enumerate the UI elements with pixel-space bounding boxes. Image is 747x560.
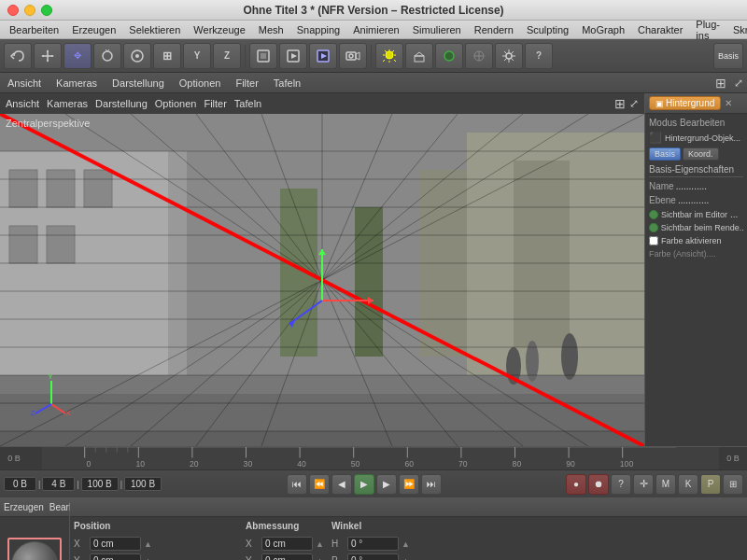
abm-x-input[interactable] xyxy=(261,537,313,551)
timeline-ruler[interactable]: 0 10 20 30 40 50 60 70 80 90 100 xyxy=(42,447,719,469)
vp-tafeln[interactable]: Tafeln xyxy=(270,77,304,90)
vp-filter[interactable]: Filter xyxy=(232,77,261,90)
pos-x-arrow[interactable]: ▲ xyxy=(144,539,152,549)
panel-close-icon[interactable]: ✕ xyxy=(725,98,732,108)
abm-y-arrow[interactable]: ▲ xyxy=(316,556,324,561)
goto-end-btn[interactable]: ⏭ xyxy=(421,474,442,495)
menu-selektieren[interactable]: Selektieren xyxy=(123,22,186,37)
vp-ansicht[interactable]: Ansicht xyxy=(4,77,45,90)
close-button[interactable] xyxy=(7,5,19,16)
snap-btn[interactable]: ✛ xyxy=(633,474,654,495)
tool-y[interactable]: Y xyxy=(183,43,211,69)
menu-werkzeuge[interactable]: Werkzeuge xyxy=(188,22,250,37)
tool-move[interactable] xyxy=(34,43,62,69)
step-fwd-btn[interactable]: ⏩ xyxy=(399,474,419,495)
menu-mesh[interactable]: Mesh xyxy=(253,22,289,37)
winkel-p-input[interactable] xyxy=(347,553,399,560)
tool-z[interactable]: Z xyxy=(213,43,241,69)
modus-label: Modus xyxy=(649,118,677,128)
pos-y-input[interactable] xyxy=(90,553,141,560)
tool-object[interactable] xyxy=(405,43,433,69)
sichtbar-editor-row: Sichtbar im Editor ... xyxy=(649,209,743,219)
basis-tab[interactable]: Basis xyxy=(649,147,681,161)
koord-tab[interactable]: Koord. xyxy=(683,147,719,161)
fullscreen-icon[interactable]: ⤢ xyxy=(734,77,743,90)
svg-rect-17 xyxy=(415,56,424,62)
timeline-area: 0 B 0 10 20 30 40 50 60 70 80 90 xyxy=(0,446,747,469)
svg-text:X: X xyxy=(65,409,71,417)
menu-simulieren[interactable]: Simulieren xyxy=(407,22,467,37)
menu-mograph[interactable]: MoGraph xyxy=(576,22,630,37)
material-item[interactable]: Mat xyxy=(7,538,62,560)
anim-start-field[interactable] xyxy=(4,477,36,491)
svg-marker-78 xyxy=(368,297,374,304)
play-btn[interactable]: ▶ xyxy=(354,474,374,495)
tool-transform[interactable]: ⊞ xyxy=(153,43,181,69)
tool-question[interactable]: ? xyxy=(525,43,553,69)
expand-arrow-icon[interactable]: ⊞ xyxy=(614,96,626,111)
pos-y-arrow[interactable]: ▲ xyxy=(144,556,152,561)
vp-optionen[interactable]: Optionen xyxy=(176,77,225,90)
step-back-btn[interactable]: ⏪ xyxy=(309,474,330,495)
menu-skript[interactable]: Skript xyxy=(727,22,747,37)
tool-render[interactable] xyxy=(309,43,337,69)
vp-filter-label[interactable]: Filter xyxy=(204,98,226,109)
playback-btn[interactable]: P xyxy=(700,474,721,495)
prev-frame-btn[interactable]: ◀ xyxy=(331,474,352,495)
tool-render-region[interactable] xyxy=(249,43,277,69)
vp-darstellung[interactable]: Darstellung xyxy=(108,77,168,90)
object-name: Hintergrund-Objek... xyxy=(665,133,740,143)
record-btn[interactable]: ● xyxy=(566,474,586,495)
vp-kameras[interactable]: Kameras xyxy=(52,77,101,90)
erzeugen-label[interactable]: Erzeugen xyxy=(4,502,44,512)
vp-kameras-label[interactable]: Kameras xyxy=(47,98,88,109)
farbe-aktiv-checkbox[interactable] xyxy=(649,236,658,245)
tool-select[interactable] xyxy=(123,43,151,69)
anim-percent[interactable] xyxy=(81,477,119,491)
pos-x-input[interactable] xyxy=(90,537,141,551)
tool-material[interactable] xyxy=(465,43,493,69)
anim-separator-2: | xyxy=(77,480,78,489)
goto-start-btn[interactable]: ⏮ xyxy=(287,474,307,495)
vp-ansicht-label[interactable]: Ansicht xyxy=(6,98,39,109)
tool-camera[interactable] xyxy=(339,43,367,69)
motion-btn[interactable]: M xyxy=(655,474,676,495)
auto-key-btn[interactable]: ⏺ xyxy=(588,474,609,495)
menu-animieren[interactable]: Animieren xyxy=(347,22,405,37)
tool-settings[interactable] xyxy=(495,43,523,69)
expand-icon[interactable]: ⊞ xyxy=(715,76,726,91)
abm-x-arrow[interactable]: ▲ xyxy=(316,539,324,549)
menu-snapping[interactable]: Snapping xyxy=(291,22,346,37)
anim-max-field[interactable] xyxy=(124,477,162,491)
winkel-p-arrow[interactable]: ▲ xyxy=(402,556,410,561)
tool-datei[interactable]: Basis xyxy=(713,43,743,69)
grid-btn[interactable]: ⊞ xyxy=(723,474,743,495)
tool-light[interactable] xyxy=(375,43,403,69)
winkel-h-input[interactable] xyxy=(347,537,399,551)
menu-rendern[interactable]: Rendern xyxy=(469,22,519,37)
tool-sphere[interactable] xyxy=(435,43,463,69)
menu-sculpting[interactable]: Sculpting xyxy=(521,22,574,37)
key-btn[interactable]: K xyxy=(678,474,698,495)
fullscreen-arrow-icon[interactable]: ⤢ xyxy=(629,97,639,110)
maximize-button[interactable] xyxy=(41,5,52,16)
menu-bearbeiten[interactable]: Bearbeiten xyxy=(4,22,64,37)
help-btn[interactable]: ? xyxy=(611,474,631,495)
hintergrund-tab[interactable]: ▣ Hintergrund xyxy=(649,96,721,110)
abm-y-input[interactable] xyxy=(261,553,313,560)
minimize-button[interactable] xyxy=(24,5,35,16)
winkel-h-arrow[interactable]: ▲ xyxy=(402,539,410,549)
vp-optionen-label[interactable]: Optionen xyxy=(155,98,197,109)
menu-charakter[interactable]: Charakter xyxy=(632,22,688,37)
tool-rotate[interactable] xyxy=(93,43,121,69)
anim-current-b[interactable] xyxy=(42,477,75,491)
tool-scale[interactable]: ✥ xyxy=(63,43,92,69)
vp-darstellung-label[interactable]: Darstellung xyxy=(95,98,148,109)
tool-undo[interactable] xyxy=(4,43,32,69)
menu-erzeugen[interactable]: Erzeugen xyxy=(66,22,121,37)
bottom-panel: Erzeugen Bearbeiten Funktion Textur Mat … xyxy=(0,497,747,560)
next-frame-btn[interactable]: ▶ xyxy=(376,474,397,495)
tool-render-view[interactable] xyxy=(279,43,307,69)
vp-tafeln-label[interactable]: Tafeln xyxy=(234,98,261,109)
viewport[interactable]: Ansicht Kameras Darstellung Optionen Fil… xyxy=(0,93,644,446)
